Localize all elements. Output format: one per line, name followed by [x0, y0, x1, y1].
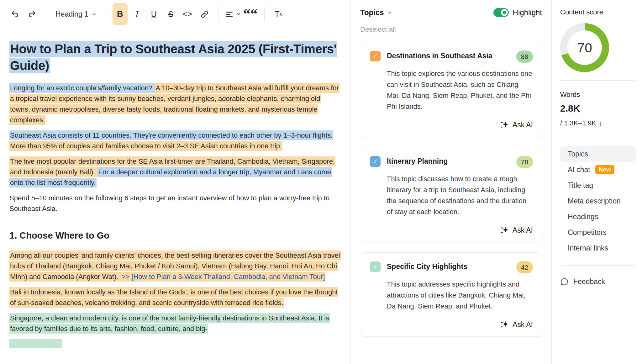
topic-checkbox[interactable]: ✓ [370, 51, 381, 61]
sparkles-icon [500, 120, 509, 129]
topic-score-badge: 78 [516, 156, 533, 168]
blockquote-button[interactable]: ““ [243, 9, 258, 19]
doc-text: 1. Choose Where to Go [9, 230, 109, 240]
sidebar-item-label: Competitors [568, 228, 607, 237]
topic-card-header: ✓Destinations in Southeast Asia88 [370, 50, 533, 63]
doc-text: Southeast Asia consists of 11 countries.… [9, 130, 333, 140]
feedback-label: Feedback [573, 277, 605, 286]
editor-pane: Heading 1 B I U S <> ““ Tx How to Plan a… [0, 0, 350, 364]
words-range-text: / 1.3K–1.9K [560, 119, 596, 127]
bold-button[interactable]: B [113, 3, 128, 25]
alignment-dropdown[interactable] [225, 3, 241, 25]
doc-paragraph: Singapore, a clean and modern city, is o… [9, 313, 340, 334]
doc-text: How to Plan a Trip to Southeast Asia 202… [9, 41, 337, 73]
app-window: Heading 1 B I U S <> ““ Tx How to Plan a… [0, 0, 642, 364]
sidebar-item-ai-chat[interactable]: AI chatNew [560, 162, 636, 177]
sparkles-icon [500, 320, 509, 329]
undo-button[interactable] [8, 3, 23, 25]
chevron-down-icon [387, 10, 392, 15]
sidebar-item-title-tag[interactable]: Title tag [560, 177, 636, 193]
doc-paragraph: Among all our couples' and family client… [9, 250, 340, 282]
topic-description: This topic discusses how to create a rou… [387, 173, 533, 217]
topic-title: Destinations in Southeast Asia [387, 50, 492, 61]
sidebar-nav: TopicsAI chatNewTitle tagMeta descriptio… [560, 146, 636, 256]
chevron-down-icon [236, 12, 241, 17]
topic-score-badge: 88 [516, 50, 533, 63]
topic-checkbox[interactable]: ✓ [370, 261, 381, 272]
topic-card-list: ✓Destinations in Southeast Asia88This to… [351, 34, 551, 337]
italic-button[interactable]: I [129, 3, 145, 25]
feedback-button[interactable]: Feedback [560, 277, 636, 286]
align-left-icon [225, 10, 234, 18]
content-score-gauge: 70 [560, 23, 609, 72]
ask-ai-label: Ask AI [513, 226, 533, 235]
strikethrough-button[interactable]: S [163, 3, 178, 25]
sidebar-item-label: Meta description [568, 197, 621, 205]
sidebar-item-topics[interactable]: Topics [560, 146, 636, 162]
doc-paragraph: Bali in Indonesia, known locally as 'the… [9, 287, 340, 308]
toolbar-divider [264, 7, 265, 21]
topics-dropdown[interactable]: Topics [360, 8, 392, 17]
sidebar-item-internal-links[interactable]: Internal links [560, 240, 636, 256]
topic-description: This topic addresses specific highlights… [387, 279, 533, 312]
toolbar-divider [46, 7, 46, 21]
doc-paragraph: Spend 5–10 minutes on the following 6 st… [9, 193, 340, 214]
ask-ai-button[interactable]: Ask AI [370, 226, 533, 235]
editor-canvas[interactable]: How to Plan a Trip to Southeast Asia 202… [0, 28, 350, 348]
undo-icon [11, 10, 19, 18]
toggle-knob [501, 9, 508, 16]
toolbar-divider [106, 7, 106, 21]
underline-button[interactable]: U [146, 3, 161, 25]
doc-link[interactable]: >> [How to Plan a 3-Week Thailand, Cambo… [121, 272, 325, 282]
topic-card-header: ✓Itinerary Planning78 [370, 156, 533, 168]
sidebar-item-meta-description[interactable]: Meta description [560, 193, 636, 209]
ask-ai-button[interactable]: Ask AI [370, 320, 533, 329]
chevron-down-icon [92, 12, 97, 17]
highlight-control: Highlight [493, 8, 542, 17]
sidebar-item-competitors[interactable]: Competitors [560, 224, 636, 240]
divider [560, 80, 636, 81]
ask-ai-button[interactable]: Ask AI [370, 120, 533, 129]
sidebar-item-label: Topics [568, 150, 588, 158]
link-button[interactable] [197, 3, 212, 25]
doc-text: More than 95% of couples and families ch… [9, 141, 282, 151]
doc-text: Longing for an exotic couple's/family va… [9, 83, 155, 93]
redo-icon [28, 10, 36, 18]
heading-style-dropdown[interactable]: Heading 1 [52, 3, 100, 25]
heading-style-label: Heading 1 [55, 10, 88, 18]
sidebar-item-headings[interactable]: Headings [560, 209, 636, 224]
doc-text: Spend 5–10 minutes on the following 6 st… [9, 194, 329, 213]
sparkles-icon [500, 226, 509, 235]
words-label: Words [560, 91, 636, 99]
doc-paragraph: Southeast Asia consists of 11 countries.… [9, 130, 340, 151]
clear-formatting-sub: x [280, 11, 282, 17]
content-score-label: Content score [560, 8, 636, 16]
topic-card: ✓Specific City Highlights42This topic ad… [361, 252, 542, 337]
doc-heading: How to Plan a Trip to Southeast Asia 202… [9, 41, 340, 74]
topics-panel: Topics Highlight Deselect all ✓Destinati… [350, 0, 552, 364]
divider [560, 136, 636, 136]
topic-title: Specific City Highlights [387, 261, 467, 272]
topic-description: This topic explores the various destinat… [387, 68, 533, 112]
divider [560, 265, 636, 266]
highlight-toggle-label: Highlight [513, 8, 542, 17]
topics-panel-header: Topics Highlight [351, 0, 551, 17]
topic-title: Itinerary Planning [387, 156, 448, 166]
sidebar-item-label: Title tag [568, 181, 593, 190]
deselect-all-link[interactable]: Deselect all [360, 25, 396, 34]
clear-formatting-button[interactable]: Tx [271, 3, 286, 25]
code-button[interactable]: <> [180, 3, 195, 25]
redo-button[interactable] [24, 3, 39, 25]
highlight-toggle[interactable] [493, 8, 509, 17]
sidebar-item-label: AI chat [568, 166, 590, 174]
doc-text: Singapore, a clean and modern city, is o… [9, 313, 330, 334]
topic-checkbox[interactable]: ✓ [370, 156, 381, 167]
topic-card: ✓Itinerary Planning78This topic discusse… [361, 147, 542, 242]
new-badge: New [595, 165, 614, 174]
sidebar-item-label: Headings [568, 213, 598, 221]
clear-formatting-label: T [275, 10, 279, 19]
link-icon [200, 10, 209, 18]
speech-bubble-icon [560, 277, 569, 286]
words-count: 2.8K [560, 103, 636, 114]
score-sidebar: Content score 70 Words 2.8K / 1.3K–1.9K … [552, 0, 642, 364]
